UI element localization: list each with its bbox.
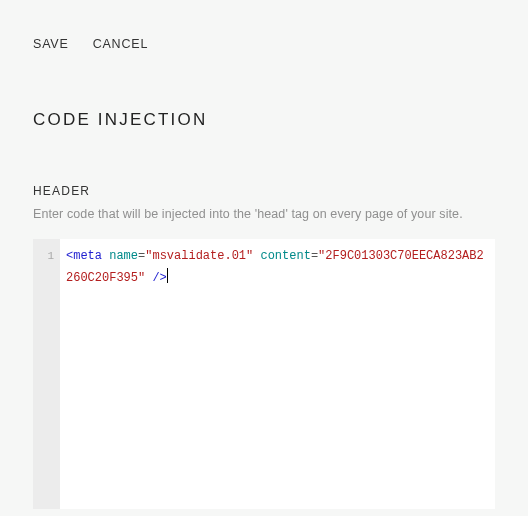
code-token: = — [311, 249, 318, 263]
header-code-editor[interactable]: 1 <meta name="msvalidate.01" content="2F… — [33, 239, 495, 509]
line-number: 1 — [33, 245, 54, 267]
code-token: /> — [152, 271, 166, 285]
toolbar: SAVE CANCEL — [0, 0, 528, 52]
code-token: meta — [73, 249, 102, 263]
page-title: CODE INJECTION — [0, 52, 528, 130]
save-button[interactable]: SAVE — [33, 37, 69, 51]
text-cursor — [167, 268, 168, 283]
header-section-help: Enter code that will be injected into th… — [33, 207, 495, 221]
code-token: name — [109, 249, 138, 263]
header-section: HEADER Enter code that will be injected … — [0, 130, 528, 221]
editor-gutter: 1 — [33, 239, 60, 509]
code-token: "msvalidate.01" — [145, 249, 253, 263]
code-area[interactable]: <meta name="msvalidate.01" content="2F9C… — [60, 239, 495, 509]
cancel-button[interactable]: CANCEL — [93, 37, 149, 51]
header-section-label: HEADER — [33, 184, 495, 198]
code-token: content — [260, 249, 310, 263]
